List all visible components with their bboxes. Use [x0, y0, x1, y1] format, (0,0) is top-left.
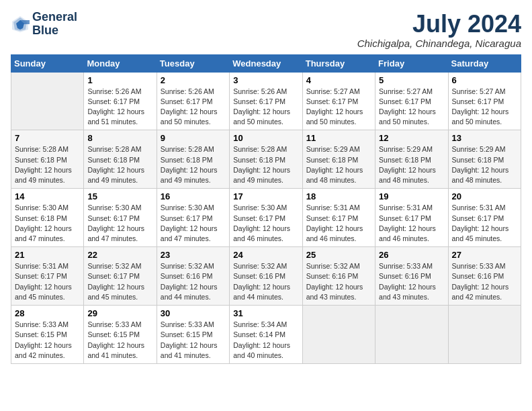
day-info: Sunrise: 5:33 AM Sunset: 6:15 PM Dayligh…	[15, 320, 80, 361]
week-row-4: 28Sunrise: 5:33 AM Sunset: 6:15 PM Dayli…	[11, 306, 521, 364]
day-number: 16	[161, 191, 226, 201]
day-number: 15	[87, 191, 152, 201]
day-info: Sunrise: 5:28 AM Sunset: 6:18 PM Dayligh…	[87, 144, 152, 185]
header-cell-thursday: Thursday	[302, 54, 375, 72]
calendar-cell: 15Sunrise: 5:30 AM Sunset: 6:17 PM Dayli…	[84, 189, 157, 247]
calendar-body: 1Sunrise: 5:26 AM Sunset: 6:17 PM Daylig…	[11, 72, 521, 363]
day-info: Sunrise: 5:28 AM Sunset: 6:18 PM Dayligh…	[161, 144, 226, 185]
day-info: Sunrise: 5:31 AM Sunset: 6:17 PM Dayligh…	[379, 203, 444, 244]
day-number: 27	[452, 250, 517, 260]
day-number: 11	[306, 133, 371, 143]
day-info: Sunrise: 5:30 AM Sunset: 6:17 PM Dayligh…	[87, 203, 152, 244]
day-number: 31	[233, 308, 298, 318]
day-info: Sunrise: 5:29 AM Sunset: 6:18 PM Dayligh…	[306, 144, 371, 185]
calendar-cell: 5Sunrise: 5:27 AM Sunset: 6:17 PM Daylig…	[375, 72, 448, 130]
calendar-cell: 31Sunrise: 5:34 AM Sunset: 6:14 PM Dayli…	[230, 306, 302, 364]
day-number: 13	[452, 133, 517, 143]
day-info: Sunrise: 5:31 AM Sunset: 6:17 PM Dayligh…	[306, 203, 371, 244]
page-header: General Blue July 2024 Chichigalpa, Chin…	[11, 11, 521, 49]
calendar-cell: 18Sunrise: 5:31 AM Sunset: 6:17 PM Dayli…	[302, 189, 375, 247]
day-info: Sunrise: 5:26 AM Sunset: 6:17 PM Dayligh…	[161, 87, 226, 128]
calendar-cell: 20Sunrise: 5:31 AM Sunset: 6:17 PM Dayli…	[448, 189, 521, 247]
day-info: Sunrise: 5:33 AM Sunset: 6:15 PM Dayligh…	[87, 320, 152, 361]
day-number: 14	[15, 191, 80, 201]
svg-marker-3	[20, 20, 30, 24]
day-number: 18	[306, 191, 371, 201]
calendar-cell: 8Sunrise: 5:28 AM Sunset: 6:18 PM Daylig…	[84, 130, 157, 189]
calendar-cell: 24Sunrise: 5:32 AM Sunset: 6:16 PM Dayli…	[230, 247, 302, 306]
day-info: Sunrise: 5:29 AM Sunset: 6:18 PM Dayligh…	[452, 144, 517, 185]
day-number: 29	[87, 308, 152, 318]
day-number: 26	[379, 250, 444, 260]
calendar-cell: 28Sunrise: 5:33 AM Sunset: 6:15 PM Dayli…	[11, 306, 84, 364]
day-number: 30	[161, 308, 226, 318]
day-number: 24	[233, 250, 298, 260]
calendar-cell: 25Sunrise: 5:32 AM Sunset: 6:16 PM Dayli…	[302, 247, 375, 306]
day-info: Sunrise: 5:26 AM Sunset: 6:17 PM Dayligh…	[87, 87, 152, 128]
day-number: 28	[15, 308, 80, 318]
day-info: Sunrise: 5:31 AM Sunset: 6:17 PM Dayligh…	[15, 261, 80, 302]
day-number: 8	[87, 133, 152, 143]
day-info: Sunrise: 5:26 AM Sunset: 6:17 PM Dayligh…	[233, 87, 298, 128]
day-info: Sunrise: 5:32 AM Sunset: 6:17 PM Dayligh…	[87, 261, 152, 302]
calendar-cell: 13Sunrise: 5:29 AM Sunset: 6:18 PM Dayli…	[448, 130, 521, 189]
calendar-cell: 21Sunrise: 5:31 AM Sunset: 6:17 PM Dayli…	[11, 247, 84, 306]
week-row-3: 21Sunrise: 5:31 AM Sunset: 6:17 PM Dayli…	[11, 247, 521, 306]
calendar-cell: 12Sunrise: 5:29 AM Sunset: 6:18 PM Dayli…	[375, 130, 448, 189]
day-number: 4	[306, 75, 371, 85]
day-info: Sunrise: 5:32 AM Sunset: 6:16 PM Dayligh…	[161, 261, 226, 302]
calendar-cell: 2Sunrise: 5:26 AM Sunset: 6:17 PM Daylig…	[157, 72, 229, 130]
day-info: Sunrise: 5:27 AM Sunset: 6:17 PM Dayligh…	[306, 87, 371, 128]
logo: General Blue	[11, 11, 77, 38]
day-info: Sunrise: 5:28 AM Sunset: 6:18 PM Dayligh…	[233, 144, 298, 185]
day-info: Sunrise: 5:33 AM Sunset: 6:16 PM Dayligh…	[452, 261, 517, 302]
calendar-cell: 27Sunrise: 5:33 AM Sunset: 6:16 PM Dayli…	[448, 247, 521, 306]
week-row-1: 7Sunrise: 5:28 AM Sunset: 6:18 PM Daylig…	[11, 130, 521, 189]
header-cell-monday: Monday	[84, 54, 157, 72]
day-info: Sunrise: 5:27 AM Sunset: 6:17 PM Dayligh…	[452, 87, 517, 128]
day-number: 22	[87, 250, 152, 260]
calendar-cell: 14Sunrise: 5:30 AM Sunset: 6:18 PM Dayli…	[11, 189, 84, 247]
calendar-cell	[375, 306, 448, 364]
day-number: 5	[379, 75, 444, 85]
day-info: Sunrise: 5:32 AM Sunset: 6:16 PM Dayligh…	[306, 261, 371, 302]
day-number: 1	[87, 75, 152, 85]
day-number: 3	[233, 75, 298, 85]
day-number: 20	[452, 191, 517, 201]
calendar-cell	[302, 306, 375, 364]
calendar-cell: 9Sunrise: 5:28 AM Sunset: 6:18 PM Daylig…	[157, 130, 229, 189]
calendar-cell: 11Sunrise: 5:29 AM Sunset: 6:18 PM Dayli…	[302, 130, 375, 189]
calendar-cell: 4Sunrise: 5:27 AM Sunset: 6:17 PM Daylig…	[302, 72, 375, 130]
calendar-table: SundayMondayTuesdayWednesdayThursdayFrid…	[11, 54, 521, 364]
header-cell-friday: Friday	[375, 54, 448, 72]
day-number: 19	[379, 191, 444, 201]
logo-text: General Blue	[32, 11, 77, 38]
calendar-cell: 6Sunrise: 5:27 AM Sunset: 6:17 PM Daylig…	[448, 72, 521, 130]
day-number: 23	[161, 250, 226, 260]
calendar-cell: 23Sunrise: 5:32 AM Sunset: 6:16 PM Dayli…	[157, 247, 229, 306]
header-cell-tuesday: Tuesday	[157, 54, 229, 72]
day-info: Sunrise: 5:27 AM Sunset: 6:17 PM Dayligh…	[379, 87, 444, 128]
day-info: Sunrise: 5:31 AM Sunset: 6:17 PM Dayligh…	[452, 203, 517, 244]
calendar-cell: 16Sunrise: 5:30 AM Sunset: 6:17 PM Dayli…	[157, 189, 229, 247]
day-number: 12	[379, 133, 444, 143]
calendar-cell: 29Sunrise: 5:33 AM Sunset: 6:15 PM Dayli…	[84, 306, 157, 364]
day-number: 6	[452, 75, 517, 85]
day-number: 25	[306, 250, 371, 260]
calendar-header: SundayMondayTuesdayWednesdayThursdayFrid…	[11, 54, 521, 72]
logo-icon	[11, 15, 30, 34]
calendar-cell: 3Sunrise: 5:26 AM Sunset: 6:17 PM Daylig…	[230, 72, 302, 130]
month-title: July 2024	[357, 11, 521, 38]
header-row: SundayMondayTuesdayWednesdayThursdayFrid…	[11, 54, 521, 72]
day-info: Sunrise: 5:30 AM Sunset: 6:18 PM Dayligh…	[15, 203, 80, 244]
day-number: 21	[15, 250, 80, 260]
header-cell-wednesday: Wednesday	[230, 54, 302, 72]
day-info: Sunrise: 5:33 AM Sunset: 6:16 PM Dayligh…	[379, 261, 444, 302]
calendar-cell	[11, 72, 84, 130]
calendar-cell: 10Sunrise: 5:28 AM Sunset: 6:18 PM Dayli…	[230, 130, 302, 189]
week-row-0: 1Sunrise: 5:26 AM Sunset: 6:17 PM Daylig…	[11, 72, 521, 130]
day-info: Sunrise: 5:28 AM Sunset: 6:18 PM Dayligh…	[15, 144, 80, 185]
day-number: 17	[233, 191, 298, 201]
calendar-cell: 26Sunrise: 5:33 AM Sunset: 6:16 PM Dayli…	[375, 247, 448, 306]
calendar-cell: 30Sunrise: 5:33 AM Sunset: 6:15 PM Dayli…	[157, 306, 229, 364]
